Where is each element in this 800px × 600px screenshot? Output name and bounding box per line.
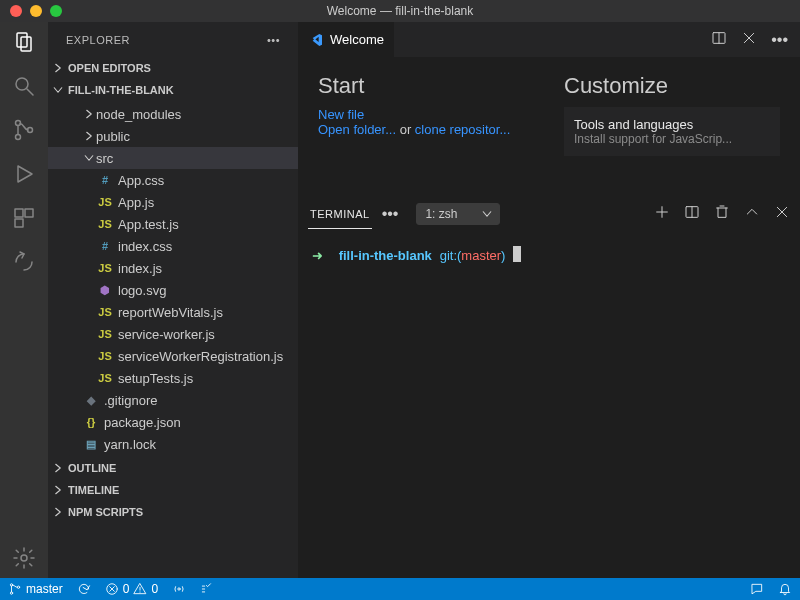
tab-label: Welcome: [330, 32, 384, 47]
warning-icon: [133, 582, 147, 596]
chevron-right-icon: [82, 108, 96, 120]
file-row[interactable]: JSApp.js: [48, 191, 298, 213]
file-label: App.js: [118, 195, 154, 210]
file-label: node_modules: [96, 107, 181, 122]
settings-gear-icon[interactable]: [12, 546, 36, 570]
terminal-tab[interactable]: TERMINAL: [308, 200, 372, 229]
kill-terminal-icon[interactable]: [714, 204, 730, 224]
tab-more-icon[interactable]: •••: [771, 31, 788, 49]
file-row[interactable]: JSserviceWorkerRegistration.js: [48, 345, 298, 367]
file-label: serviceWorkerRegistration.js: [118, 349, 283, 364]
npm-scripts-section[interactable]: NPM SCRIPTS: [48, 501, 298, 523]
titlebar: Welcome — fill-in-the-blank: [0, 0, 800, 22]
js-file-icon: JS: [96, 218, 114, 230]
file-label: App.css: [118, 173, 164, 188]
sync-icon: [77, 582, 91, 596]
json-file-icon: {}: [82, 416, 100, 428]
file-label: index.css: [118, 239, 172, 254]
close-window-icon[interactable]: [10, 5, 22, 17]
svg-file-icon: ⬢: [96, 284, 114, 297]
maximize-panel-icon[interactable]: [744, 204, 760, 224]
welcome-page: Start New file Open folder... or clone r…: [298, 57, 800, 197]
run-debug-icon[interactable]: [12, 162, 36, 186]
svg-marker-7: [18, 166, 32, 182]
lock-file-icon: ▤: [82, 438, 100, 451]
file-row[interactable]: JSservice-worker.js: [48, 323, 298, 345]
timeline-section[interactable]: TIMELINE: [48, 479, 298, 501]
svg-rect-0: [17, 33, 27, 47]
explorer-icon[interactable]: [12, 30, 36, 54]
status-problems[interactable]: 0 0: [105, 582, 158, 596]
new-file-link[interactable]: New file: [318, 107, 364, 122]
css-file-icon: #: [96, 174, 114, 186]
search-icon[interactable]: [12, 74, 36, 98]
js-file-icon: JS: [96, 306, 114, 318]
open-folder-link[interactable]: Open folder...: [318, 122, 396, 137]
file-label: package.json: [104, 415, 181, 430]
file-row[interactable]: ▤yarn.lock: [48, 433, 298, 455]
status-feedback[interactable]: [750, 582, 764, 596]
file-label: src: [96, 151, 113, 166]
file-row[interactable]: #index.css: [48, 235, 298, 257]
status-prettier[interactable]: [200, 582, 214, 596]
css-file-icon: #: [96, 240, 114, 252]
svg-rect-10: [15, 219, 23, 227]
js-file-icon: JS: [96, 262, 114, 274]
js-file-icon: JS: [96, 328, 114, 340]
split-editor-icon[interactable]: [711, 30, 727, 50]
js-file-icon: JS: [96, 372, 114, 384]
folder-row[interactable]: public: [48, 125, 298, 147]
sidebar-more-icon[interactable]: •••: [267, 34, 280, 46]
file-label: service-worker.js: [118, 327, 215, 342]
status-live-server[interactable]: [172, 582, 186, 596]
file-row[interactable]: JSindex.js: [48, 257, 298, 279]
new-terminal-icon[interactable]: [654, 204, 670, 224]
window-title: Welcome — fill-in-the-blank: [0, 4, 800, 18]
file-label: setupTests.js: [118, 371, 193, 386]
terminal-panel: TERMINAL ••• 1: zsh ➜ fill-in-the-blank …: [298, 197, 800, 578]
share-icon[interactable]: [12, 250, 36, 274]
file-row[interactable]: #App.css: [48, 169, 298, 191]
js-file-icon: JS: [96, 350, 114, 362]
svg-rect-1: [21, 37, 31, 51]
status-branch[interactable]: master: [8, 582, 63, 596]
project-section[interactable]: FILL-IN-THE-BLANK: [48, 79, 298, 101]
folder-row[interactable]: node_modules: [48, 103, 298, 125]
source-control-icon[interactable]: [12, 118, 36, 142]
terminal-body[interactable]: ➜ fill-in-the-blank git:(master): [298, 230, 800, 578]
activity-bar: [0, 22, 48, 578]
status-sync[interactable]: [77, 582, 91, 596]
file-row[interactable]: JSreportWebVitals.js: [48, 301, 298, 323]
split-terminal-icon[interactable]: [684, 204, 700, 224]
clone-repository-link[interactable]: clone repositor...: [415, 122, 510, 137]
extensions-icon[interactable]: [12, 206, 36, 230]
file-row[interactable]: {}package.json: [48, 411, 298, 433]
terminal-shell-select[interactable]: 1: zsh: [416, 203, 500, 225]
feedback-icon: [750, 582, 764, 596]
file-label: .gitignore: [104, 393, 157, 408]
file-label: logo.svg: [118, 283, 166, 298]
file-row[interactable]: ⬢logo.svg: [48, 279, 298, 301]
file-label: reportWebVitals.js: [118, 305, 223, 320]
close-panel-icon[interactable]: [774, 204, 790, 224]
editor-group: Welcome ••• Start New file Open folder..…: [298, 22, 800, 578]
file-row[interactable]: ◆.gitignore: [48, 389, 298, 411]
outline-section[interactable]: OUTLINE: [48, 457, 298, 479]
panel-more-icon[interactable]: •••: [382, 205, 399, 223]
maximize-window-icon[interactable]: [50, 5, 62, 17]
broadcast-icon: [172, 582, 186, 596]
tab-welcome[interactable]: Welcome: [298, 22, 395, 57]
window-controls: [0, 5, 62, 17]
folder-row[interactable]: src: [48, 147, 298, 169]
customize-card-tools[interactable]: Tools and languages Install support for …: [564, 107, 780, 156]
file-row[interactable]: JSsetupTests.js: [48, 367, 298, 389]
status-bell[interactable]: [778, 582, 792, 596]
open-editors-section[interactable]: OPEN EDITORS: [48, 57, 298, 79]
file-tree: node_modulespublicsrc#App.cssJSApp.jsJSA…: [48, 101, 298, 457]
close-tab-icon[interactable]: [741, 30, 757, 50]
file-row[interactable]: JSApp.test.js: [48, 213, 298, 235]
vscode-logo-icon: [308, 32, 324, 48]
start-heading: Start: [318, 73, 534, 99]
minimize-window-icon[interactable]: [30, 5, 42, 17]
branch-icon: [8, 582, 22, 596]
